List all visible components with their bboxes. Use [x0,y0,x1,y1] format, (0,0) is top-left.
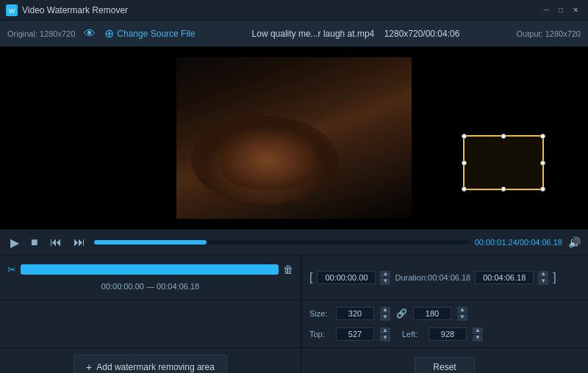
main-area [0,47,588,229]
clip-icon: ✂ [7,264,16,275]
position-row: Top: ▲ ▼ Left: ▲ ▼ [309,325,581,343]
left-spinner: ▲ ▼ [473,327,483,341]
timeline-section: ✂ 🗑 00:00:00.00 — 00:04:06.18 [ ▲ ▼ Dura… [0,256,588,300]
duration-label: Duration:00:04:06.18 [395,273,470,282]
video-content [176,57,412,219]
file-name: Low quality me...r laugh at.mp4 [252,29,375,39]
title-bar: W Video Watermark Remover ─ □ ✕ [0,0,588,21]
timeline-track[interactable] [21,264,279,275]
top-label: Top: [309,330,330,338]
start-time-spinner: ▲ ▼ [380,271,390,285]
end-time-input[interactable] [475,271,534,284]
add-area-section: + Add watermark removing area [0,347,301,373]
video-preview [0,47,588,229]
time-input-panel: [ ▲ ▼ Duration:00:04:06.18 ▲ ▼ ] [301,256,588,300]
resize-handle-tm[interactable] [501,134,506,139]
size-label: Size: [309,309,330,318]
bracket-right: ] [553,271,556,284]
plus-icon: ⊕ [104,26,114,40]
end-time-spinner: ▲ ▼ [538,271,548,285]
top-input[interactable] [336,327,374,341]
change-source-label: Change Source File [117,29,195,39]
top-bar: Original: 1280x720 👁 ⊕ Change Source Fil… [0,21,588,47]
timeline-panel: ✂ 🗑 00:00:00.00 — 00:04:06.18 [0,256,301,300]
file-resolution: 1280x720/00:04:06 [384,29,460,39]
height-down[interactable]: ▼ [457,314,467,321]
watermark-selection-box[interactable] [463,135,544,190]
top-down[interactable]: ▼ [380,335,390,341]
size-row: Size: ▲ ▼ 🔗 ▲ ▼ [309,305,581,322]
top-spinner: ▲ ▼ [380,327,390,341]
height-spinner: ▲ ▼ [457,307,467,321]
height-up[interactable]: ▲ [457,307,467,314]
delete-clip-button[interactable]: 🗑 [283,264,293,275]
size-left-spacer [0,300,301,347]
timeline-range-label: 00:00:00.00 — 00:04:06.18 [7,279,293,291]
start-time-up[interactable]: ▲ [380,271,390,278]
change-source-button[interactable]: ⊕ Change Source File [104,26,195,40]
app-title: Video Watermark Remover [22,5,128,15]
end-time-down[interactable]: ▼ [538,278,548,285]
resize-handle-ml[interactable] [462,160,467,165]
title-bar-left: W Video Watermark Remover [6,4,128,16]
left-label: Left: [402,330,423,338]
action-row: + Add watermark removing area Reset [0,347,588,373]
resize-handle-bl[interactable] [462,186,467,192]
resize-handle-br[interactable] [540,186,545,192]
resize-handle-bm[interactable] [501,186,506,192]
prev-frame-button[interactable]: ⏮ [47,234,65,250]
width-input[interactable] [336,307,374,320]
original-resolution-label: Original: 1280x720 [7,29,75,38]
left-up[interactable]: ▲ [473,327,483,334]
width-spinner: ▲ ▼ [380,307,390,321]
controls-bar: ▶ ■ ⏮ ⏭ 00:00:01.24/00:04:06.18 🔊 [0,229,588,256]
width-up[interactable]: ▲ [380,307,390,314]
volume-icon[interactable]: 🔊 [568,236,581,248]
left-down[interactable]: ▼ [473,335,483,341]
resize-handle-tl[interactable] [462,134,467,139]
size-position-section: Size: ▲ ▼ 🔗 ▲ ▼ Top: ▲ ▼ Left: ▲ [0,300,588,347]
file-info: Low quality me...r laugh at.mp4 1280x720… [204,29,507,39]
width-down[interactable]: ▼ [380,314,390,321]
top-up[interactable]: ▲ [380,327,390,334]
end-time-up[interactable]: ▲ [538,271,548,278]
current-time: 00:00:01.24 [475,238,517,247]
resize-handle-mr[interactable] [540,160,545,165]
size-position-panel: Size: ▲ ▼ 🔗 ▲ ▼ Top: ▲ ▼ Left: ▲ [301,300,588,347]
start-time-input[interactable] [317,271,376,284]
reset-button[interactable]: Reset [415,357,474,374]
add-watermark-area-button[interactable]: + Add watermark removing area [74,355,227,374]
timeline-row: ✂ 🗑 [7,260,293,279]
svg-text:W: W [9,7,15,15]
height-input[interactable] [413,307,451,320]
play-button[interactable]: ▶ [7,234,22,251]
next-frame-button[interactable]: ⏭ [71,234,88,250]
progress-fill [94,240,207,245]
add-area-label: Add watermark removing area [96,362,215,372]
time-display: 00:00:01.24/00:04:06.18 [475,238,562,247]
left-input[interactable] [429,327,467,341]
app-icon: W [6,4,18,16]
total-time: 00:04:06.18 [520,238,562,247]
window-controls: ─ □ ✕ [539,4,582,17]
link-icon: 🔗 [396,308,407,319]
close-button[interactable]: ✕ [569,4,582,17]
reset-section: Reset [301,347,588,373]
plus-icon-2: + [86,361,92,373]
start-time-down[interactable]: ▼ [380,278,390,285]
minimize-button[interactable]: ─ [539,4,553,17]
resize-handle-tr[interactable] [540,134,545,139]
stop-button[interactable]: ■ [28,234,41,250]
output-resolution-label: Output: 1280x720 [517,29,581,38]
bracket-left: [ [309,271,312,284]
maximize-button[interactable]: □ [554,4,567,17]
video-frame-container [0,47,588,229]
progress-bar[interactable] [94,240,469,245]
eye-icon[interactable]: 👁 [84,27,96,40]
